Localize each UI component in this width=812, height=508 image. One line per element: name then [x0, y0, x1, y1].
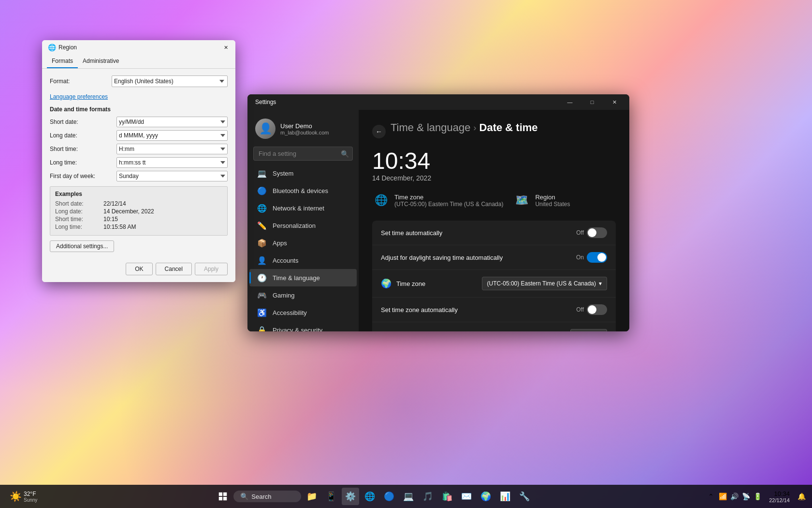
timezone-card-value: (UTC-05:00) Eastern Time (US & Canada)	[394, 201, 503, 208]
breadcrumb-current: Date & time	[479, 121, 538, 134]
sidebar-item-accessibility[interactable]: ♿ Accessibility	[249, 304, 357, 321]
taskbar-settings[interactable]: ⚙️	[342, 488, 359, 505]
taskbar-chrome[interactable]: 🌍	[477, 488, 494, 505]
taskbar-apps2[interactable]: 📊	[496, 488, 514, 505]
format-select[interactable]: English (United States)	[112, 75, 228, 87]
time-icon: 🕐	[257, 273, 267, 283]
sidebar-item-system[interactable]: 💻 System	[249, 164, 357, 182]
long-time-select[interactable]: h:mm:ss tt	[116, 157, 228, 168]
tray-chevron-icon[interactable]: ⌃	[706, 492, 716, 501]
region-titlebar: 🌐 Region ✕	[42, 40, 235, 55]
sidebar-item-privacy[interactable]: 🔒 Privacy & security	[249, 321, 357, 331]
tab-administrative[interactable]: Administrative	[78, 55, 124, 68]
taskbar-store[interactable]: 🛍️	[438, 488, 456, 505]
date-time-settings-section: Set time automatically Off Adjust for da…	[372, 221, 616, 331]
timezone-row-icon: 🌍	[381, 278, 392, 289]
set-tz-auto-toggle[interactable]	[587, 304, 607, 315]
region-close-button[interactable]: ✕	[219, 41, 232, 54]
first-day-select[interactable]: Sunday	[116, 171, 228, 181]
apply-button[interactable]: Apply	[195, 263, 228, 275]
sidebar-item-network[interactable]: 🌐 Network & internet	[249, 199, 357, 217]
system-clock[interactable]: 10:34 22/12/14	[766, 489, 793, 504]
user-profile[interactable]: 👤 User Demo m_lab@outlook.com	[247, 114, 359, 147]
timezone-dropdown-value: (UTC-05:00) Eastern Time (US & Canada)	[487, 280, 596, 287]
back-button[interactable]: ←	[372, 125, 386, 138]
additional-settings-button[interactable]: Additional settings...	[50, 240, 114, 252]
svg-rect-3	[223, 497, 227, 500]
set-time-auto-row: Set time automatically Off	[372, 221, 616, 245]
start-button[interactable]	[214, 488, 232, 505]
bluetooth-icon: 🔵	[257, 186, 267, 195]
sidebar-item-time-label: Time & language	[273, 274, 320, 282]
notification-icon[interactable]: 🔔	[797, 492, 806, 501]
taskbar-file-explorer[interactable]: 📁	[303, 488, 320, 505]
sidebar-item-personalization[interactable]: ✏️ Personalization	[249, 217, 357, 234]
examples-section: Examples Short date: 22/12/14 Long date:…	[50, 186, 228, 236]
ok-button[interactable]: OK	[126, 263, 152, 275]
example-long-date: Long date: 14 December, 2022	[55, 208, 222, 215]
set-tz-auto-row: Set time zone automatically Off	[372, 298, 616, 322]
set-time-auto-toggle[interactable]	[587, 227, 607, 238]
accounts-icon: 👤	[257, 255, 267, 265]
tray-network-icon[interactable]: 📶	[718, 492, 727, 501]
sidebar-item-accessibility-label: Accessibility	[273, 309, 307, 316]
taskbar-edge[interactable]: 🌐	[361, 488, 378, 505]
breadcrumb-parent[interactable]: Time & language	[391, 121, 471, 134]
short-date-select[interactable]: yy/MM/dd	[116, 117, 228, 127]
short-time-select[interactable]: H:mm	[116, 144, 228, 154]
find-setting-input[interactable]	[253, 147, 353, 161]
sidebar-item-accounts-label: Accounts	[273, 257, 298, 264]
settings-sidebar: 👤 User Demo m_lab@outlook.com 🔍 💻 System…	[247, 110, 359, 331]
long-time-label: Long time:	[50, 159, 113, 166]
daylight-saving-toggle[interactable]	[587, 252, 607, 263]
taskbar-apps3[interactable]: 🔧	[516, 488, 533, 505]
sidebar-item-apps[interactable]: 📦 Apps	[249, 234, 357, 252]
format-row: Format: English (United States)	[50, 75, 228, 87]
daylight-saving-row: Adjust for daylight saving time automati…	[372, 245, 616, 270]
language-preferences-link[interactable]: Language preferences	[50, 93, 108, 100]
short-time-row: Short time: H:mm	[50, 144, 228, 154]
timezone-dropdown[interactable]: (UTC-05:00) Eastern Time (US & Canada) ▾	[482, 277, 607, 290]
taskbar-terminal[interactable]: 💻	[400, 488, 417, 505]
settings-main: ← Time & language › Date & time 10:34 14…	[359, 110, 629, 331]
taskbar-media[interactable]: 🎵	[419, 488, 436, 505]
tray-battery-icon[interactable]: 🔋	[753, 492, 762, 501]
toggle-knob	[588, 228, 596, 237]
toggle-knob-3	[588, 305, 596, 314]
sidebar-item-time[interactable]: 🕐 Time & language	[249, 269, 357, 286]
example-long-date-value: 14 December, 2022	[103, 208, 222, 215]
timezone-card-text: Time zone (UTC-05:00) Eastern Time (US &…	[394, 194, 503, 208]
date-time-display: 10:34 14 December, 2022	[372, 148, 616, 182]
cancel-button[interactable]: Cancel	[156, 263, 192, 275]
change-button[interactable]: Change	[570, 329, 607, 331]
taskbar-phone[interactable]: 📱	[322, 488, 340, 505]
sidebar-item-privacy-label: Privacy & security	[273, 327, 322, 332]
long-date-select[interactable]: d MMMM, yyyy	[116, 130, 228, 141]
sidebar-item-bluetooth[interactable]: 🔵 Bluetooth & devices	[249, 182, 357, 199]
maximize-button[interactable]: □	[581, 94, 603, 110]
avatar: 👤	[255, 119, 276, 139]
weather-condition: Sunny	[24, 497, 37, 503]
privacy-icon: 🔒	[257, 325, 267, 331]
settings-window: Settings — □ ✕ 👤 User Demo m_lab@outlook…	[247, 94, 629, 331]
set-time-auto-state: Off	[576, 229, 584, 236]
sidebar-item-accounts[interactable]: 👤 Accounts	[249, 252, 357, 269]
taskbar-browser2[interactable]: 🔵	[380, 488, 398, 505]
tray-bluetooth-icon[interactable]: 📡	[741, 492, 751, 501]
weather-temp: 32°F	[24, 491, 37, 497]
region-card-value: United States	[535, 201, 570, 208]
sidebar-item-gaming[interactable]: 🎮 Gaming	[249, 286, 357, 304]
find-setting-search[interactable]: 🔍	[253, 147, 353, 161]
example-short-time-label: Short time:	[55, 216, 103, 223]
sidebar-item-personalization-label: Personalization	[273, 222, 316, 229]
taskbar-search[interactable]: 🔍 Search	[233, 491, 301, 502]
taskbar-mail[interactable]: ✉️	[458, 488, 475, 505]
tray-sound-icon[interactable]: 🔊	[729, 492, 739, 501]
close-button[interactable]: ✕	[603, 94, 625, 110]
tab-formats[interactable]: Formats	[47, 55, 78, 68]
taskbar-center: 🔍 Search 📁 📱 ⚙️ 🌐 🔵 💻 🎵 🛍️ ✉️ 🌍 📊 🔧	[47, 488, 700, 505]
minimize-button[interactable]: —	[559, 94, 581, 110]
weather-widget[interactable]: ☀️ 32°F Sunny	[6, 489, 41, 505]
breadcrumb-separator: ›	[474, 123, 477, 133]
example-long-time-label: Long time:	[55, 224, 103, 230]
